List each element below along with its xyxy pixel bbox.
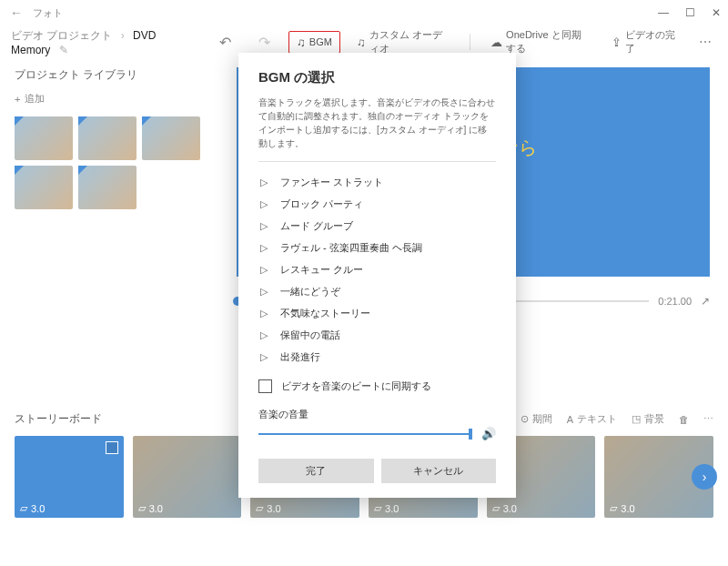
bgm-button[interactable]: ♫ BGM	[288, 31, 340, 54]
track-name: ムード グルーブ	[280, 219, 353, 233]
close-button[interactable]: ✕	[712, 6, 721, 19]
track-item[interactable]: ▷不気味なストーリー	[258, 304, 496, 323]
sync-to-beat-checkbox[interactable]: ビデオを音楽のビートに同期する	[258, 379, 496, 393]
clip-duration: 3.0	[503, 503, 517, 514]
plus-icon: +	[15, 94, 20, 105]
track-name: ラヴェル - 弦楽四重奏曲 ヘ長調	[280, 241, 422, 255]
maximize-button[interactable]: ☐	[685, 6, 695, 19]
duration-label: 0:21.00	[658, 296, 692, 307]
next-clip-button[interactable]: ›	[692, 464, 717, 490]
library-title: プロジェクト ライブラリ	[15, 67, 204, 83]
clip-checkbox[interactable]	[106, 441, 118, 454]
music-icon: ♫	[297, 35, 306, 49]
image-icon: ▱	[20, 502, 27, 514]
sync-label: ビデオを音楽のビートに同期する	[281, 379, 431, 393]
storyboard-clip[interactable]: ▱3.0	[15, 436, 124, 518]
text-button[interactable]: Aテキスト	[567, 412, 617, 426]
image-icon: ▱	[256, 502, 263, 514]
image-icon: ▱	[138, 502, 146, 514]
track-item[interactable]: ▷一緒にどうぞ	[258, 282, 496, 301]
track-name: 保留中の電話	[280, 328, 340, 342]
project-library-panel: プロジェクト ライブラリ + 追加	[0, 58, 218, 404]
dialog-title: BGM の選択	[258, 69, 496, 86]
custom-audio-label: カスタム オーディオ	[369, 28, 450, 56]
duration-button[interactable]: ⊙期間	[521, 412, 552, 426]
clip-duration: 3.0	[385, 503, 399, 514]
back-button[interactable]: ←	[7, 5, 25, 20]
background-icon: ◳	[632, 413, 641, 425]
finish-video-button[interactable]: ⇪ ビデオの完了	[604, 25, 684, 59]
music-icon: ♫	[357, 35, 366, 49]
library-thumb[interactable]	[15, 116, 73, 160]
toolbar-more-button[interactable]: ⋯	[693, 35, 717, 49]
library-thumb[interactable]	[78, 166, 136, 209]
track-item[interactable]: ▷ファンキー ストラット	[258, 173, 496, 192]
breadcrumb-root[interactable]: ビデオ プロジェクト	[11, 29, 112, 42]
clip-duration: 3.0	[267, 503, 280, 514]
window-titlebar: ← フォト — ☐ ✕	[0, 0, 728, 25]
play-icon[interactable]: ▷	[260, 242, 268, 254]
delete-button[interactable]: 🗑	[679, 414, 689, 425]
track-item[interactable]: ▷ブロック パーティ	[258, 195, 496, 214]
duration-icon: ⊙	[521, 413, 529, 425]
export-icon: ⇪	[612, 35, 622, 49]
image-icon: ▱	[374, 502, 381, 514]
track-name: 出発進行	[280, 350, 320, 364]
edit-name-icon[interactable]: ✎	[59, 44, 68, 56]
expand-icon[interactable]: ↗	[701, 295, 710, 308]
app-title: フォト	[25, 6, 658, 20]
cloud-icon: ☁	[490, 35, 502, 49]
library-thumb[interactable]	[15, 166, 73, 209]
background-button[interactable]: ◳背景	[632, 412, 664, 426]
storyboard-clip[interactable]: ▱3.0	[133, 436, 242, 518]
undo-button[interactable]: ↶	[210, 34, 240, 51]
clip-duration: 3.0	[149, 503, 163, 514]
speaker-icon: 🔊	[481, 427, 496, 440]
library-thumb[interactable]	[142, 116, 200, 160]
play-icon[interactable]: ▷	[260, 329, 268, 341]
library-thumbnails	[15, 116, 204, 209]
volume-slider[interactable]	[258, 433, 472, 435]
sync-label: OneDrive と同期する	[506, 28, 588, 56]
done-button[interactable]: 完了	[258, 459, 374, 483]
play-icon[interactable]: ▷	[260, 308, 268, 319]
play-icon[interactable]: ▷	[260, 264, 268, 276]
track-item[interactable]: ▷出発進行	[258, 348, 496, 367]
clip-duration: 3.0	[31, 503, 45, 514]
track-item[interactable]: ▷保留中の電話	[258, 326, 496, 345]
track-item[interactable]: ▷レスキュー クルー	[258, 260, 496, 279]
bgm-label: BGM	[309, 36, 332, 47]
play-icon[interactable]: ▷	[260, 198, 268, 210]
play-icon[interactable]: ▷	[260, 351, 268, 363]
redo-button: ↷	[249, 34, 279, 51]
track-name: ファンキー ストラット	[280, 176, 383, 189]
breadcrumb-separator: ›	[121, 29, 125, 42]
text-icon: A	[567, 414, 573, 425]
image-icon: ▱	[492, 502, 500, 514]
track-name: 一緒にどうぞ	[280, 285, 340, 298]
track-item[interactable]: ▷ムード グルーブ	[258, 217, 496, 236]
storyboard-more-button[interactable]: ⋯	[703, 413, 713, 425]
image-icon: ▱	[610, 502, 617, 514]
toolbar-divider	[470, 34, 470, 50]
bgm-dialog: BGM の選択 音楽トラックを選択します。音楽がビデオの長さに合わせて自動的に調…	[238, 53, 516, 498]
finish-label: ビデオの完了	[625, 28, 677, 56]
track-name: ブロック パーティ	[280, 197, 363, 211]
clip-duration: 3.0	[621, 503, 634, 514]
cancel-button[interactable]: キャンセル	[381, 459, 497, 483]
add-media-button[interactable]: + 追加	[15, 92, 204, 106]
add-label: 追加	[25, 92, 45, 106]
dialog-description: 音楽トラックを選択します。音楽がビデオの長さに合わせて自動的に調整されます。独自…	[258, 96, 496, 162]
breadcrumb: ビデオ プロジェクト › DVD Memory ✎	[11, 28, 192, 56]
minimize-button[interactable]: —	[658, 6, 669, 19]
volume-label: 音楽の音量	[258, 408, 496, 421]
track-item[interactable]: ▷ラヴェル - 弦楽四重奏曲 ヘ長調	[258, 238, 496, 258]
play-icon[interactable]: ▷	[260, 220, 268, 232]
track-name: 不気味なストーリー	[280, 307, 370, 320]
play-icon[interactable]: ▷	[260, 177, 268, 188]
library-thumb[interactable]	[78, 116, 136, 160]
track-name: レスキュー クルー	[280, 263, 363, 277]
track-list: ▷ファンキー ストラット ▷ブロック パーティ ▷ムード グルーブ ▷ラヴェル …	[258, 173, 496, 367]
checkbox-icon[interactable]	[258, 379, 272, 393]
play-icon[interactable]: ▷	[260, 286, 268, 298]
